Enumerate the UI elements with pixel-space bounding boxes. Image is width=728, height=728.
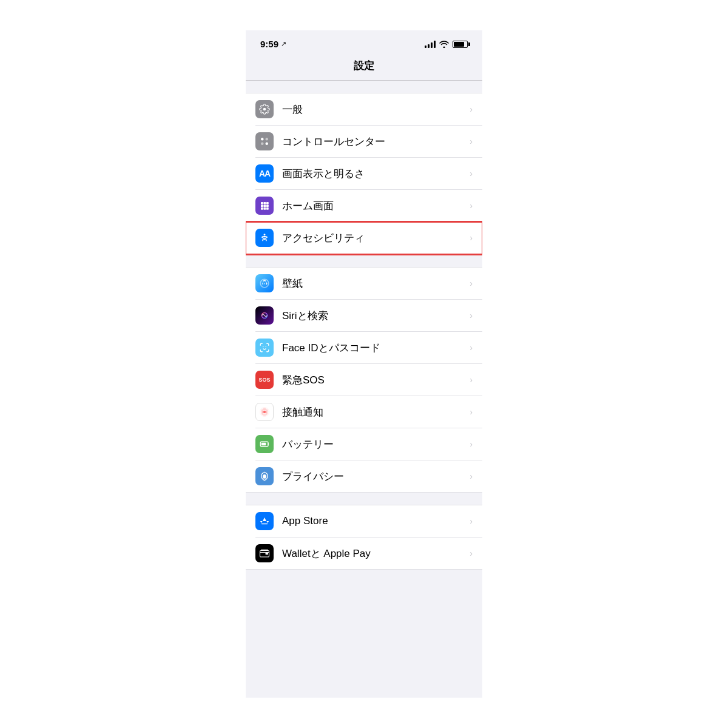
sos-chevron: ›: [470, 375, 473, 385]
svg-rect-9: [266, 205, 269, 207]
battery-icon: [453, 41, 468, 48]
section-spacer-3: [246, 493, 482, 505]
settings-item-sos[interactable]: SOS 緊急SOS ›: [255, 364, 482, 396]
faceid-chevron: ›: [470, 343, 473, 352]
signal-bars-icon: [425, 41, 436, 48]
settings-item-general[interactable]: 一般 ›: [255, 93, 482, 126]
settings-group-3: App Store › Walletと Apple Pay ›: [246, 505, 482, 570]
page-title: 設定: [354, 60, 374, 72]
section-spacer-4: [246, 570, 482, 582]
accessibility-chevron: ›: [470, 233, 473, 243]
settings-scroll[interactable]: 一般 › コントロールセンター › AA: [246, 81, 482, 698]
general-chevron: ›: [470, 104, 473, 114]
svg-point-0: [261, 138, 264, 141]
svg-rect-11: [264, 207, 266, 210]
privacy-label: プライバシー: [282, 470, 467, 484]
wallet-label: Walletと Apple Pay: [282, 547, 467, 561]
svg-rect-10: [261, 207, 263, 210]
exposure-label: 接触通知: [282, 405, 467, 419]
faceid-icon: [255, 339, 274, 357]
settings-item-display[interactable]: AA 画面表示と明るさ ›: [255, 158, 482, 190]
settings-group-1: 一般 › コントロールセンター › AA: [246, 93, 482, 255]
svg-rect-20: [261, 443, 266, 446]
appstore-icon: [255, 512, 274, 530]
display-chevron: ›: [470, 169, 473, 178]
control-center-label: コントロールセンター: [282, 135, 467, 149]
svg-rect-7: [261, 205, 263, 207]
section-spacer-1: [246, 81, 482, 93]
battery-label: バッテリー: [282, 437, 467, 451]
siri-label: Siriと検索: [282, 309, 467, 323]
home-screen-chevron: ›: [470, 201, 473, 211]
general-label: 一般: [282, 103, 467, 116]
home-screen-label: ホーム画面: [282, 199, 467, 213]
settings-item-control-center[interactable]: コントロールセンター ›: [255, 126, 482, 158]
control-center-chevron: ›: [470, 136, 473, 146]
settings-item-appstore[interactable]: App Store ›: [255, 505, 482, 538]
display-icon: AA: [255, 164, 274, 183]
appstore-chevron: ›: [470, 516, 473, 526]
section-spacer-2: [246, 255, 482, 267]
accessibility-icon: [255, 229, 274, 247]
svg-rect-12: [266, 207, 269, 210]
svg-point-13: [264, 234, 266, 235]
wallpaper-label: 壁紙: [282, 277, 467, 291]
display-label: 画面表示と明るさ: [282, 167, 467, 181]
wallet-icon: [255, 544, 274, 562]
settings-item-faceid[interactable]: Face IDとパスコード ›: [255, 332, 482, 364]
faceid-label: Face IDとパスコード: [282, 341, 467, 355]
phone-frame: 9:59 ↗ 設定: [246, 30, 482, 698]
battery-chevron: ›: [470, 439, 473, 449]
settings-group-2: 壁紙 ›: [246, 267, 482, 493]
appstore-label: App Store: [282, 515, 467, 527]
accessibility-label: アクセシビリティ: [282, 231, 467, 245]
settings-item-privacy[interactable]: プライバシー ›: [255, 460, 482, 492]
privacy-icon: [255, 467, 274, 485]
settings-item-home-screen[interactable]: ホーム画面 ›: [255, 190, 482, 222]
svg-point-15: [263, 411, 266, 414]
exposure-chevron: ›: [470, 407, 473, 417]
control-center-icon: [255, 132, 274, 150]
settings-item-accessibility[interactable]: アクセシビリティ ›: [246, 222, 482, 254]
svg-point-1: [266, 138, 269, 141]
settings-item-wallpaper[interactable]: 壁紙 ›: [255, 268, 482, 300]
wallpaper-chevron: ›: [470, 278, 473, 288]
svg-rect-6: [266, 202, 269, 204]
siri-chevron: ›: [470, 311, 473, 320]
svg-point-3: [266, 143, 269, 146]
svg-rect-22: [266, 553, 269, 554]
svg-point-2: [261, 143, 264, 146]
status-icons: [425, 41, 468, 48]
settings-item-siri[interactable]: Siriと検索 ›: [255, 300, 482, 332]
wallet-chevron: ›: [470, 548, 473, 558]
general-icon: [255, 100, 274, 118]
svg-rect-4: [261, 202, 263, 204]
wifi-icon: [439, 41, 449, 48]
home-screen-icon: [255, 197, 274, 215]
battery-settings-icon: [255, 435, 274, 453]
nav-bar: 設定: [246, 54, 482, 81]
svg-rect-23: [261, 549, 268, 550]
location-arrow-icon: ↗: [281, 40, 286, 48]
wallpaper-icon: [255, 274, 274, 292]
sos-icon: SOS: [255, 371, 274, 389]
siri-icon: [255, 306, 274, 325]
status-bar: 9:59 ↗: [246, 30, 482, 54]
svg-rect-8: [264, 205, 266, 207]
settings-item-exposure[interactable]: 接触通知 ›: [255, 396, 482, 428]
exposure-icon: [255, 403, 274, 421]
privacy-chevron: ›: [470, 471, 473, 481]
sos-label: 緊急SOS: [282, 373, 467, 387]
settings-item-wallet[interactable]: Walletと Apple Pay ›: [255, 538, 482, 569]
settings-item-battery[interactable]: バッテリー ›: [255, 428, 482, 460]
status-time: 9:59: [260, 39, 278, 49]
svg-rect-5: [264, 202, 266, 204]
